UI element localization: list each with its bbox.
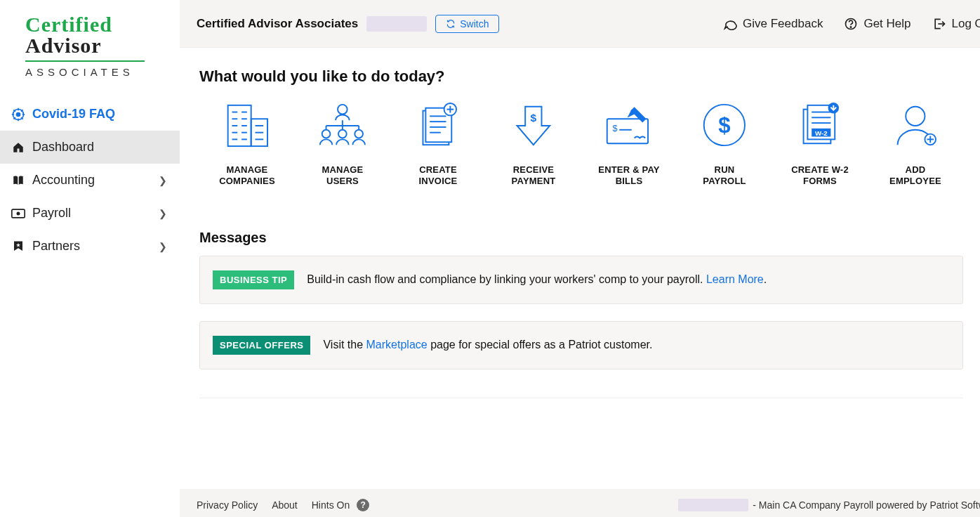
invoice-plus-icon	[411, 101, 465, 149]
home-icon	[8, 141, 28, 154]
hints-toggle[interactable]: Hints On	[312, 499, 350, 511]
logout-link[interactable]: Log Out	[932, 17, 981, 31]
svg-text:$: $	[613, 124, 618, 133]
message-business-tip: BUSINESS TIP Build-in cash flow and comp…	[199, 256, 963, 304]
topbar: Certified Advisor Associates Switch Give…	[180, 0, 980, 48]
logo-line2: Advisor	[25, 34, 167, 58]
chevron-right-icon: ❯	[159, 241, 167, 252]
sidebar-item-payroll[interactable]: Payroll ❯	[0, 197, 180, 230]
svg-text:$: $	[531, 112, 537, 124]
sidebar-item-covid-faq[interactable]: Covid-19 FAQ	[0, 98, 180, 131]
chevron-right-icon: ❯	[159, 208, 167, 219]
feedback-label: Give Feedback	[743, 17, 823, 31]
marketplace-link[interactable]: Marketplace	[366, 339, 428, 351]
star-flag-icon	[8, 240, 28, 253]
logo-line1: Certified	[25, 13, 167, 37]
tile-manage-users[interactable]: MANAGE USERS	[295, 101, 390, 188]
help-icon	[844, 17, 858, 31]
logo: Certified Advisor ASSOCIATES	[0, 0, 180, 84]
privacy-policy-link[interactable]: Privacy Policy	[197, 499, 258, 511]
company-name: Certified Advisor Associates	[197, 17, 358, 31]
virus-icon	[8, 107, 28, 122]
content: What would you like to do today? MANAGE …	[180, 48, 980, 450]
arrow-down-dollar-icon: $	[506, 101, 561, 149]
footer-left: Privacy Policy About Hints On ?	[197, 499, 369, 511]
tile-label: RUN PAYROLL	[677, 164, 772, 188]
message-special-offers: SPECIAL OFFERS Visit the Marketplace pag…	[199, 321, 963, 369]
book-icon	[8, 174, 28, 187]
tile-manage-companies[interactable]: MANAGE COMPANIES	[199, 101, 295, 188]
person-plus-icon	[888, 101, 943, 149]
badge-special-offers: SPECIAL OFFERS	[213, 336, 310, 355]
action-tiles: MANAGE COMPANIES MANAGE USERS	[199, 101, 963, 188]
footer-right: - Main CA Company Payroll powered by Pat…	[678, 499, 980, 511]
logo-divider	[25, 60, 145, 62]
hints-help-icon[interactable]: ?	[357, 499, 369, 511]
check-pen-icon: $	[602, 101, 656, 149]
chevron-right-icon: ❯	[159, 175, 167, 186]
tile-create-w2[interactable]: W-2 CREATE W-2 FORMS	[772, 101, 868, 188]
logout-icon	[932, 17, 946, 31]
redacted-block	[678, 499, 748, 511]
svg-point-11	[17, 211, 20, 215]
chat-icon	[723, 17, 737, 31]
buildings-icon	[220, 101, 274, 149]
topbar-right: Give Feedback Get Help Log Out	[723, 17, 980, 31]
tile-label: RECEIVE PAYMENT	[486, 164, 581, 188]
dollar-circle-icon: $	[697, 101, 752, 149]
tile-label: ADD EMPLOYEE	[868, 164, 963, 188]
svg-point-36	[322, 130, 331, 138]
svg-point-14	[851, 26, 852, 27]
tile-add-employee[interactable]: ADD EMPLOYEE	[868, 101, 963, 188]
sidebar-item-accounting[interactable]: Accounting ❯	[0, 164, 180, 197]
sidebar-item-label: Payroll	[32, 206, 159, 221]
sidebar-item-dashboard[interactable]: Dashboard	[0, 131, 180, 164]
learn-more-link[interactable]: Learn More	[706, 273, 764, 285]
logo-line3: ASSOCIATES	[25, 66, 167, 78]
help-label: Get Help	[863, 17, 911, 31]
get-help-link[interactable]: Get Help	[844, 17, 911, 31]
svg-rect-15	[228, 105, 251, 146]
switch-label: Switch	[460, 18, 489, 30]
sidebar-item-partners[interactable]: Partners ❯	[0, 230, 180, 263]
sidebar-item-label: Covid-19 FAQ	[32, 107, 171, 122]
sidebar-item-label: Accounting	[32, 173, 159, 188]
message-text: Visit the Marketplace page for special o…	[323, 339, 652, 351]
messages-title: Messages	[199, 230, 963, 246]
svg-point-1	[17, 112, 20, 116]
svg-point-30	[338, 105, 347, 114]
svg-point-38	[355, 130, 363, 138]
tile-run-payroll[interactable]: $ RUN PAYROLL	[677, 101, 772, 188]
svg-text:W-2: W-2	[815, 129, 828, 137]
footer: Privacy Policy About Hints On ? - Main C…	[180, 489, 980, 517]
main: Certified Advisor Associates Switch Give…	[180, 0, 980, 517]
refresh-icon	[446, 19, 456, 29]
tile-label: CREATE W-2 FORMS	[772, 164, 868, 188]
about-link[interactable]: About	[272, 499, 298, 511]
sidebar-item-label: Dashboard	[32, 140, 171, 155]
redacted-block	[366, 16, 427, 32]
w2-forms-icon: W-2	[793, 101, 847, 149]
topbar-left: Certified Advisor Associates Switch	[197, 15, 499, 33]
tile-receive-payment[interactable]: $ RECEIVE PAYMENT	[486, 101, 581, 188]
divider	[199, 398, 963, 398]
give-feedback-link[interactable]: Give Feedback	[723, 17, 823, 31]
message-text: Build-in cash flow and compliance by lin…	[307, 273, 767, 286]
tile-label: ENTER & PAY BILLS	[581, 164, 677, 188]
money-icon	[8, 208, 28, 219]
tile-create-invoice[interactable]: CREATE INVOICE	[390, 101, 486, 188]
svg-point-37	[338, 130, 347, 138]
svg-text:$: $	[718, 113, 730, 138]
tile-enter-pay-bills[interactable]: $ ENTER & PAY BILLS	[581, 101, 677, 188]
footer-text: - Main CA Company Payroll powered by Pat…	[753, 499, 980, 511]
nav: Covid-19 FAQ Dashboard Accounting ❯ Pay	[0, 98, 180, 263]
tile-label: MANAGE USERS	[295, 164, 390, 188]
sidebar: Certified Advisor ASSOCIATES Covid-19 FA…	[0, 0, 180, 517]
switch-button[interactable]: Switch	[435, 15, 499, 33]
users-hierarchy-icon	[315, 101, 370, 149]
sidebar-item-label: Partners	[32, 239, 159, 254]
page-title: What would you like to do today?	[199, 67, 963, 86]
tile-label: MANAGE COMPANIES	[199, 164, 295, 188]
tile-label: CREATE INVOICE	[390, 164, 486, 188]
badge-business-tip: BUSINESS TIP	[213, 270, 294, 289]
